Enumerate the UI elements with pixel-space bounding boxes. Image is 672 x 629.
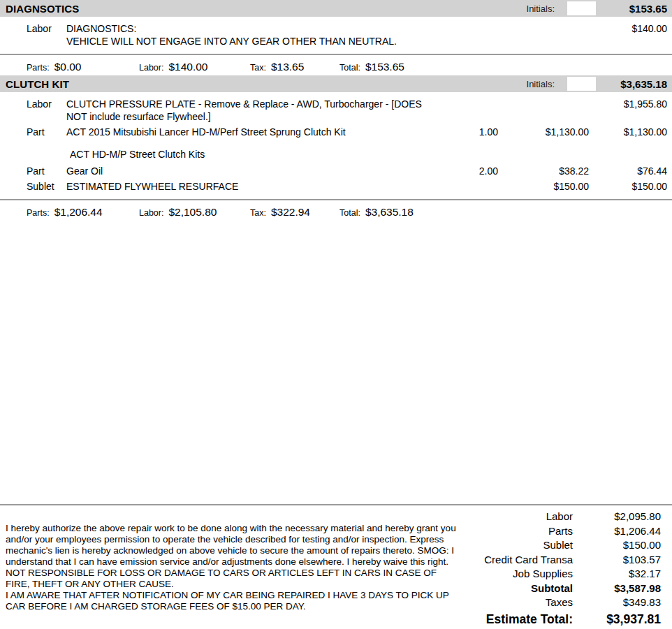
section-diagnostics: DIAGNSOTICS Initials: $153.65 Labor DIAG… (0, 0, 672, 75)
summary-total-value: $153.65 (365, 61, 404, 73)
summary-labor-value: $2,105.80 (168, 206, 217, 219)
summary-tax: Tax: $322.94 (250, 206, 339, 219)
line-item-note-row: ACT HD-M/P Street Clutch Kits (0, 148, 672, 161)
item-type: Labor (27, 22, 66, 35)
item-total: $1,130.00 (589, 126, 667, 138)
totals-value: $3,587.98 (573, 582, 661, 596)
summary-tax-value: $13.65 (271, 61, 304, 73)
item-type: Labor (27, 98, 66, 110)
summary-labor-label: Labor: (139, 208, 163, 218)
totals-row-labor: Labor $2,095.80 (462, 510, 661, 524)
summary-parts-value: $0.00 (54, 61, 82, 73)
initials-label: Initials: (527, 3, 555, 14)
item-type: Sublet (27, 180, 66, 193)
item-total: $140.00 (589, 22, 667, 35)
summary-parts: Parts: $1,206.44 (27, 206, 139, 219)
item-description-line1: DIAGNOSTICS: (66, 22, 439, 35)
line-item-row: Part Gear Oil 2.00 $38.22 $76.44 (0, 165, 672, 177)
summary-labor: Labor: $2,105.80 (139, 206, 250, 219)
item-price: $1,130.00 (498, 126, 589, 138)
summary-tax-label: Tax: (250, 208, 266, 218)
section-total: $153.65 (596, 3, 667, 15)
summary-total-label: Total: (339, 208, 360, 218)
totals-label: Labor (462, 510, 573, 524)
summary-tax: Tax: $13.65 (250, 61, 339, 73)
totals-value: $349.83 (573, 595, 661, 610)
disclaimer-text: I hereby authorize the above repair work… (0, 505, 462, 628)
item-qty: 2.00 (439, 165, 498, 177)
totals-value: $2,095.80 (573, 510, 661, 524)
totals-block: Labor $2,095.80 Parts $1,206.44 Sublet $… (462, 505, 672, 628)
line-item-row: Labor CLUTCH PRESSURE PLATE - Remove & R… (0, 98, 672, 123)
totals-value: $103.57 (573, 553, 661, 568)
initials-input[interactable] (567, 1, 596, 15)
item-price: $150.00 (498, 180, 589, 193)
totals-value: $150.00 (573, 538, 661, 553)
item-description: ESTIMATED FLYWHEEL RESURFACE (66, 180, 439, 193)
item-total: $1,955.80 (589, 98, 667, 110)
line-item-row: Sublet ESTIMATED FLYWHEEL RESURFACE $150… (0, 180, 672, 193)
disclaimer-paragraph: I hereby authorize the above repair work… (6, 523, 462, 568)
summary-labor-label: Labor: (139, 63, 163, 73)
summary-parts-label: Parts: (27, 63, 50, 73)
initials-label: Initials: (527, 79, 555, 89)
item-description: DIAGNOSTICS: VEHICLE WILL NOT ENGAGE INT… (66, 22, 439, 47)
footer: I hereby authorize the above repair work… (0, 504, 672, 628)
summary-parts-value: $1,206.44 (54, 206, 103, 219)
item-total: $76.44 (589, 165, 667, 177)
estimate-total-value: $3,937.81 (573, 611, 661, 628)
estimate-total-label: Estimate Total: (462, 611, 573, 628)
line-item-row: Part ACT 2015 Mitsubishi Lancer HD-M/Per… (0, 126, 672, 138)
totals-row-job-supplies: Job Supplies $32.17 (462, 567, 661, 582)
summary-total-label: Total: (339, 63, 360, 73)
disclaimer-paragraph: NOT RESPONSIBLE FOR LOSS OR DAMAGE TO CA… (6, 568, 462, 590)
totals-value: $32.17 (573, 567, 661, 582)
disclaimer-paragraph: I AM AWARE THAT AFTER NOTIFICATION OF MY… (6, 590, 462, 612)
section-title: DIAGNSOTICS (6, 3, 79, 15)
summary-total: Total: $3,635.18 (339, 206, 414, 219)
summary-total: Total: $153.65 (339, 61, 404, 73)
initials-input[interactable] (567, 77, 596, 91)
section-header: CLUTCH KIT Initials: $3,635.18 (0, 75, 672, 92)
totals-label: Subtotal (462, 582, 573, 596)
item-description: ACT HD-M/P Street Clutch Kits (66, 148, 439, 161)
section-summary: Parts: $0.00 Labor: $140.00 Tax: $13.65 … (0, 55, 672, 75)
totals-row-credit-card: Credit Card Transa $103.57 (462, 553, 661, 568)
summary-tax-label: Tax: (250, 63, 266, 73)
summary-total-value: $3,635.18 (365, 206, 414, 219)
item-type: Part (27, 165, 66, 177)
totals-row-parts: Parts $1,206.44 (462, 524, 661, 539)
totals-row-subtotal: Subtotal $3,587.98 (462, 582, 661, 596)
summary-tax-value: $322.94 (271, 206, 310, 219)
item-price: $38.22 (498, 165, 589, 177)
section-header: DIAGNSOTICS Initials: $153.65 (0, 0, 672, 17)
summary-labor: Labor: $140.00 (139, 61, 250, 73)
section-clutch-kit: CLUTCH KIT Initials: $3,635.18 Labor CLU… (0, 75, 672, 221)
estimate-page: DIAGNSOTICS Initials: $153.65 Labor DIAG… (0, 0, 672, 629)
section-summary: Parts: $1,206.44 Labor: $2,105.80 Tax: $… (0, 200, 672, 221)
section-total: $3,635.18 (596, 78, 667, 90)
summary-labor-value: $140.00 (168, 61, 207, 73)
item-description: Gear Oil (66, 165, 439, 177)
totals-value: $1,206.44 (573, 524, 661, 539)
totals-label: Taxes (462, 595, 573, 610)
item-description-line2: VEHICLE WILL NOT ENGAGE INTO ANY GEAR OT… (66, 35, 439, 47)
totals-label: Credit Card Transa (462, 553, 573, 568)
line-items: Labor DIAGNOSTICS: VEHICLE WILL NOT ENGA… (0, 17, 672, 47)
item-type: Part (27, 126, 66, 138)
totals-label: Parts (462, 524, 573, 539)
line-item-row: Labor DIAGNOSTICS: VEHICLE WILL NOT ENGA… (0, 22, 672, 47)
totals-label: Job Supplies (462, 567, 573, 582)
totals-row-sublet: Sublet $150.00 (462, 538, 661, 553)
item-description: CLUTCH PRESSURE PLATE - Remove & Replace… (66, 98, 439, 123)
section-title: CLUTCH KIT (6, 78, 69, 90)
item-description: ACT 2015 Mitsubishi Lancer HD-M/Perf Str… (66, 126, 439, 138)
item-qty: 1.00 (439, 126, 498, 138)
estimate-total-row: Estimate Total: $3,937.81 (462, 611, 661, 628)
line-items: Labor CLUTCH PRESSURE PLATE - Remove & R… (0, 92, 672, 193)
section-header-right: Initials: $3,635.18 (527, 77, 667, 91)
totals-label: Sublet (462, 538, 573, 553)
totals-row-taxes: Taxes $349.83 (462, 595, 661, 610)
item-total: $150.00 (589, 180, 667, 193)
summary-parts-label: Parts: (27, 208, 50, 218)
